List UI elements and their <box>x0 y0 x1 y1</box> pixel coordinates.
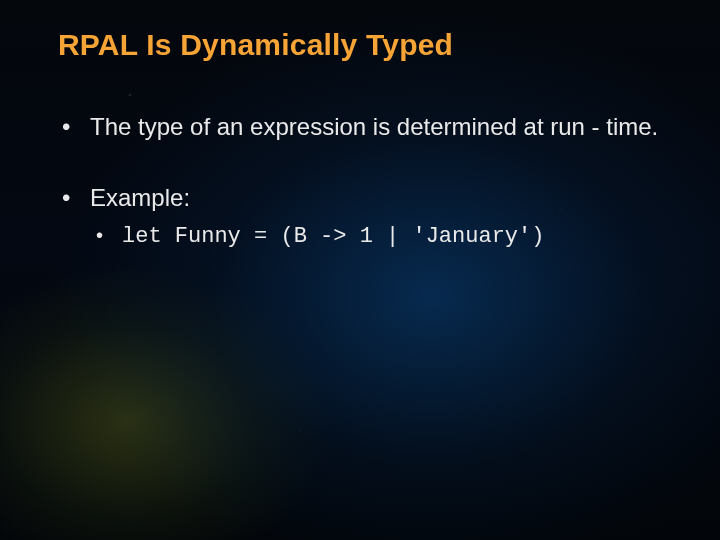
slide: RPAL Is Dynamically Typed The type of an… <box>0 0 720 540</box>
bullet-item-1: The type of an expression is determined … <box>86 111 662 143</box>
bullet-item-2-label: Example: <box>90 184 190 211</box>
bullet-item-2: Example: let Funny = (B -> 1 | 'January'… <box>86 182 662 251</box>
bullet-list: The type of an expression is determined … <box>58 111 662 252</box>
slide-title: RPAL Is Dynamically Typed <box>58 28 662 63</box>
code-bullet: let Funny = (B -> 1 | 'January') <box>118 222 662 252</box>
sub-bullet-list: let Funny = (B -> 1 | 'January') <box>90 222 662 252</box>
